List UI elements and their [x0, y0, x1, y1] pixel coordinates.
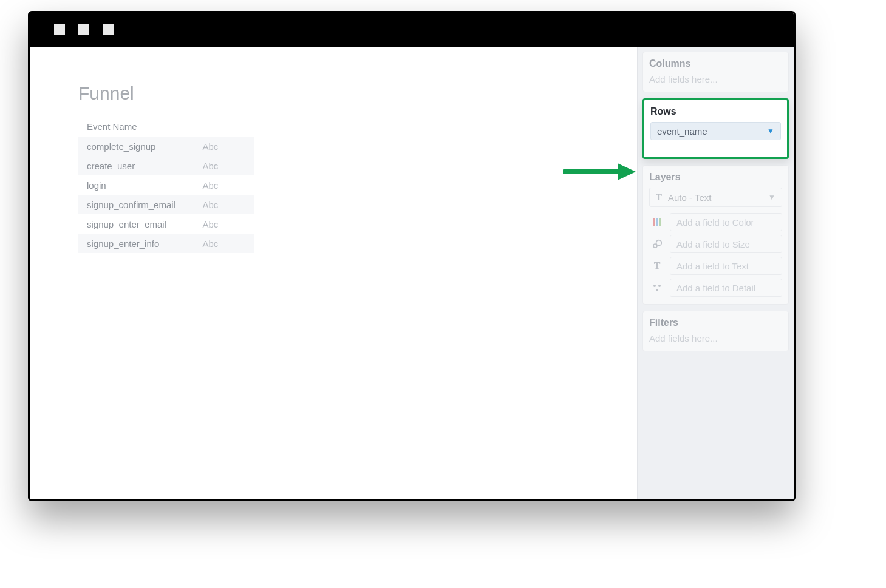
table-cell-name: signup_enter_info — [78, 234, 194, 253]
table-cell-name: login — [78, 175, 194, 195]
table-cell-value: Abc — [194, 214, 254, 234]
table-cell-name: create_user — [78, 156, 194, 175]
config-sidebar: Columns Add fields here... Rows event_na… — [637, 47, 794, 499]
table-row: signup_enter_email Abc — [78, 214, 254, 234]
layers-size-input[interactable]: Add a field to Size — [670, 235, 782, 253]
arrow-annotation-icon — [563, 160, 636, 184]
table-cell-value: Abc — [194, 156, 254, 175]
text-icon: T — [656, 192, 662, 203]
svg-point-8 — [658, 285, 661, 287]
svg-rect-4 — [659, 218, 661, 226]
chevron-down-icon: ▼ — [768, 193, 775, 201]
svg-point-6 — [656, 240, 662, 246]
columns-panel[interactable]: Columns Add fields here... — [642, 52, 789, 92]
detail-icon — [649, 279, 665, 296]
table-row-trailer — [78, 253, 254, 272]
table-cell-name: complete_signup — [78, 137, 194, 156]
table-cell-value: Abc — [194, 234, 254, 253]
main-canvas: Funnel Event Name complete_signup Abc — [30, 47, 637, 499]
table-cell-name: signup_enter_email — [78, 214, 194, 234]
rows-field-pill[interactable]: event_name ▼ — [650, 122, 781, 140]
filters-panel[interactable]: Filters Add fields here... — [642, 311, 789, 351]
layers-color-input[interactable]: Add a field to Color — [670, 213, 782, 231]
chevron-down-icon: ▼ — [767, 127, 774, 135]
table-row: signup_enter_info Abc — [78, 234, 254, 253]
rows-panel-title: Rows — [650, 106, 781, 117]
table-row: login Abc — [78, 175, 254, 195]
sheet-title: Funnel — [78, 83, 613, 104]
window-control-icon[interactable] — [54, 24, 65, 35]
layers-text-input[interactable]: Add a field to Text — [670, 257, 782, 275]
layers-mark-select[interactable]: T Auto - Text ▼ — [649, 188, 782, 207]
rows-field-label: event_name — [657, 126, 707, 137]
table-row: create_user Abc — [78, 156, 254, 175]
table-row: signup_confirm_email Abc — [78, 195, 254, 214]
layers-panel[interactable]: Layers T Auto - Text ▼ — [642, 165, 789, 305]
data-table: Event Name complete_signup Abc create_us… — [78, 117, 254, 272]
table-cell-value: Abc — [194, 175, 254, 195]
text-icon: T — [649, 257, 665, 274]
table-header-empty — [194, 117, 254, 137]
table-cell-value: Abc — [194, 195, 254, 214]
window-control-icon[interactable] — [103, 24, 114, 35]
table-cell-value: Abc — [194, 137, 254, 156]
table-header-event-name: Event Name — [78, 117, 194, 137]
layers-panel-title: Layers — [649, 172, 782, 183]
filters-panel-title: Filters — [649, 317, 782, 328]
filters-placeholder: Add fields here... — [649, 333, 782, 343]
window-titlebar — [30, 13, 794, 47]
table-row: complete_signup Abc — [78, 137, 254, 156]
layers-detail-input[interactable]: Add a field to Detail — [670, 279, 782, 297]
svg-rect-2 — [653, 218, 655, 226]
rows-panel[interactable]: Rows event_name ▼ — [642, 98, 789, 159]
svg-point-7 — [653, 285, 656, 287]
app-window: Funnel Event Name complete_signup Abc — [28, 11, 796, 501]
layers-mark-label: Auto - Text — [668, 192, 711, 203]
window-control-icon[interactable] — [78, 24, 89, 35]
table-cell-name: signup_confirm_email — [78, 195, 194, 214]
color-icon — [649, 214, 665, 231]
columns-placeholder: Add fields here... — [649, 74, 782, 84]
svg-marker-1 — [618, 163, 636, 180]
svg-point-9 — [656, 289, 658, 291]
svg-rect-3 — [656, 218, 658, 226]
size-icon — [649, 235, 665, 252]
columns-panel-title: Columns — [649, 58, 782, 69]
